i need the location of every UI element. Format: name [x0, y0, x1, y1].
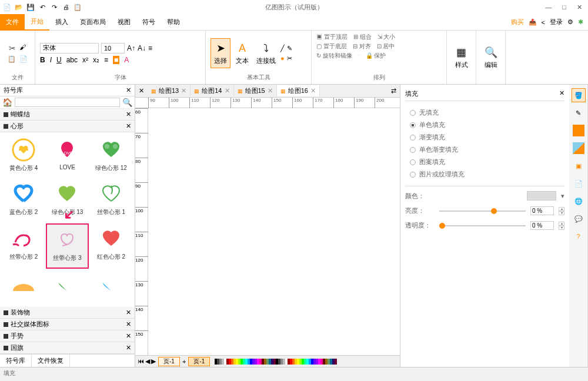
close-icon[interactable]: ✕ — [310, 87, 316, 95]
tab-view[interactable]: 视图 — [112, 14, 136, 31]
to-back-button[interactable]: ▢ 置于底层 — [316, 42, 347, 51]
font-name-select[interactable] — [40, 43, 99, 54]
shape-green-heart[interactable]: 绿色心形 12 — [90, 135, 132, 178]
superscript-icon[interactable]: x² — [82, 56, 88, 64]
shape-love[interactable]: LOVE LOVE — [46, 135, 88, 178]
tab-nav-icon[interactable]: ⇄ — [387, 87, 400, 95]
doc-tab-16[interactable]: ▦绘图16✕ — [277, 85, 320, 96]
doc-tab-14[interactable]: ▦绘图14✕ — [191, 85, 233, 96]
circle-tool-icon[interactable]: ● — [280, 55, 285, 62]
page-first-icon[interactable]: ⏮ — [138, 357, 144, 365]
shape-ribbon-heart-1[interactable]: 丝带心形 1 — [90, 179, 132, 222]
select-tool[interactable]: ➤ 选择 — [211, 38, 230, 68]
tab-symbol[interactable]: 符号 — [136, 14, 161, 31]
bullets-icon[interactable]: ≡ — [104, 56, 108, 64]
rotate-button[interactable]: ↻ 旋转和镜像 — [316, 52, 352, 60]
color-palette[interactable] — [215, 359, 337, 365]
to-front-button[interactable]: ▣ 置于顶层 — [316, 33, 348, 41]
tab-layout[interactable]: 页面布局 — [74, 14, 112, 31]
fill-solid[interactable]: 单色填充 — [410, 121, 560, 129]
shape-partial-1[interactable] — [2, 270, 45, 305]
step-up-icon[interactable]: ▴ — [559, 222, 564, 226]
tab-help[interactable]: 帮助 — [161, 14, 186, 31]
buy-link[interactable]: 购买 — [511, 18, 524, 26]
step-down-icon[interactable]: ▾ — [559, 226, 564, 230]
text-tool[interactable]: A 文本 — [233, 39, 252, 68]
qa-new-icon[interactable]: 📄 — [2, 2, 12, 12]
format-painter-icon[interactable]: 🖌 — [19, 44, 26, 53]
category-gesture[interactable]: 手势 ✕ — [0, 330, 135, 342]
file-menu[interactable]: 文件 — [0, 14, 25, 31]
login-link[interactable]: 登录 — [550, 18, 563, 26]
copy-icon[interactable]: 📋 — [8, 55, 16, 63]
step-up-icon[interactable]: ▴ — [559, 207, 564, 211]
underline-button[interactable]: U — [56, 56, 62, 64]
qa-paste-icon[interactable]: 📋 — [73, 2, 82, 12]
fill-gradient[interactable]: 渐变填充 — [410, 133, 560, 142]
opacity-slider[interactable] — [439, 225, 526, 226]
line-spacing-icon[interactable]: ≡ — [148, 44, 152, 52]
close-icon[interactable]: ✕ — [126, 122, 131, 130]
symbol-search-input[interactable] — [15, 98, 120, 107]
qa-undo-icon[interactable]: ↶ — [38, 2, 47, 12]
brightness-input[interactable] — [530, 206, 554, 215]
tab-insert[interactable]: 插入 — [49, 14, 74, 31]
settings-icon[interactable]: ⚙ — [567, 18, 573, 26]
doc-tab-13[interactable]: ▦绘图13✕ — [148, 85, 191, 96]
rtab-line[interactable]: ✎ — [572, 106, 586, 120]
maximize-button[interactable]: □ — [562, 4, 566, 11]
bold-button[interactable]: B — [40, 56, 45, 64]
shrink-font-icon[interactable]: A↓ — [138, 44, 146, 52]
close-icon[interactable]: ✕ — [126, 332, 131, 340]
fill-texture[interactable]: 图片或纹理填充 — [410, 170, 560, 179]
category-flag[interactable]: 国旗 ✕ — [0, 342, 135, 354]
shape-partial-3[interactable] — [90, 270, 132, 305]
panel-close-icon[interactable]: ✕ — [559, 89, 564, 98]
category-heart[interactable]: 心形 ✕ — [0, 121, 135, 132]
page-next-icon[interactable]: ▶ — [151, 357, 156, 365]
style-button[interactable]: ▦ 样式 — [452, 43, 471, 72]
tab-start[interactable]: 开始 — [25, 14, 49, 31]
rtab-comment[interactable]: 💬 — [572, 212, 586, 226]
size-button[interactable]: ⇲ 大小 — [377, 33, 396, 41]
home-icon[interactable]: 🏠 — [2, 98, 12, 107]
category-decoration[interactable]: 装饰物 ✕ — [0, 307, 135, 319]
rtab-image[interactable] — [572, 141, 586, 155]
crop-tool-icon[interactable]: ✂ — [287, 55, 292, 62]
rtab-fill[interactable]: 🪣 — [572, 88, 586, 102]
rtab-globe[interactable]: 🌐 — [572, 194, 586, 208]
strike-button[interactable]: abc — [66, 56, 78, 64]
export-icon[interactable]: 📤 — [529, 18, 537, 26]
shape-blue-heart[interactable]: 蓝色心形 2 — [2, 179, 45, 222]
close-icon[interactable]: ✕ — [268, 87, 273, 95]
qa-redo-icon[interactable]: ↷ — [49, 2, 59, 12]
align-button[interactable]: ⊟ 对齐 — [353, 42, 371, 51]
shape-ribbon-heart-2[interactable]: 丝带心形 2 — [2, 223, 45, 269]
fill-mono-gradient[interactable]: 单色渐变填充 — [410, 145, 560, 154]
close-icon[interactable]: ✕ — [126, 309, 131, 316]
protect-button[interactable]: 🔒 保护 — [366, 52, 386, 60]
close-icon[interactable]: ✕ — [181, 87, 186, 95]
fill-pattern[interactable]: 图案填充 — [410, 158, 560, 166]
shape-yellow-heart[interactable]: 黄色心形 4 — [2, 135, 45, 178]
close-icon[interactable]: ✕ — [126, 111, 131, 118]
panel-close-icon[interactable]: ✕ — [126, 86, 131, 94]
page-prev-icon[interactable]: ◀ — [145, 357, 150, 365]
font-color-icon[interactable]: A — [124, 56, 129, 64]
minimize-button[interactable]: — — [545, 4, 552, 11]
highlight-icon[interactable]: ■ — [113, 56, 119, 64]
rtab-shape[interactable] — [572, 123, 586, 138]
connector-tool[interactable]: ⤵ 连接线 — [254, 39, 278, 68]
center-button[interactable]: ⊡ 居中 — [377, 42, 395, 51]
bottom-tab-recovery[interactable]: 文件恢复 — [32, 355, 70, 367]
pen-tool-icon[interactable]: ✎ — [287, 45, 292, 52]
rtab-layers[interactable]: ▣ — [572, 159, 586, 173]
close-icon[interactable]: ✕ — [225, 87, 230, 95]
colorful-icon[interactable]: ✱ — [578, 18, 583, 26]
category-bowtie[interactable]: 蝴蝶结 ✕ — [0, 109, 135, 121]
line-tool-icon[interactable]: ╱ — [280, 45, 285, 52]
grow-font-icon[interactable]: A↑ — [127, 44, 135, 52]
fill-none[interactable]: 无填充 — [410, 108, 560, 117]
edit-button[interactable]: 🔍 编辑 — [482, 43, 500, 72]
group-button[interactable]: ⊞ 组合 — [353, 33, 372, 41]
